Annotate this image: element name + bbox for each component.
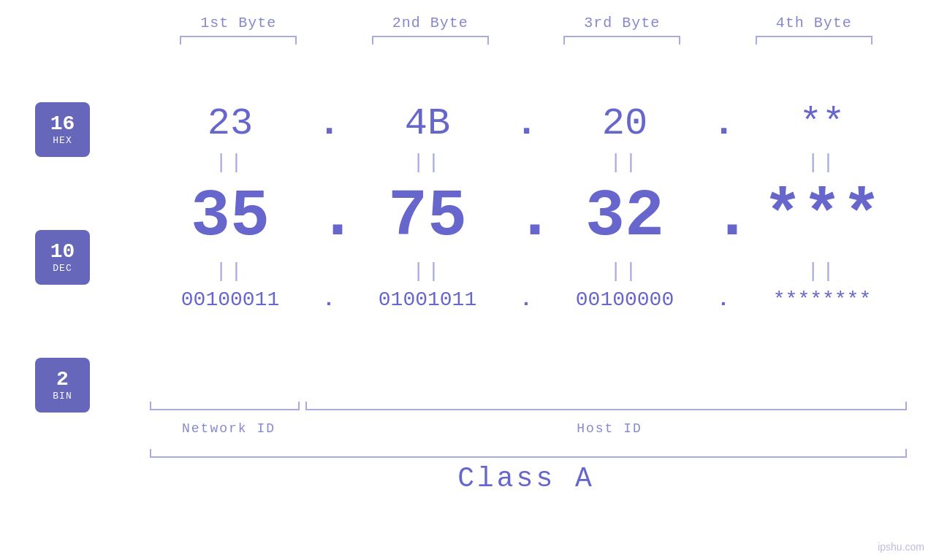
bin-val-1: 00100011 bbox=[142, 288, 318, 311]
byte3-label: 3rd Byte bbox=[526, 15, 718, 31]
hex-badge: 16 HEX bbox=[35, 102, 90, 157]
dec-val-1: 35 bbox=[142, 180, 318, 254]
hex-val-2: 4B bbox=[340, 102, 515, 145]
hex-badge-num: 16 bbox=[50, 113, 75, 136]
bin-val-2: 01001011 bbox=[340, 288, 515, 311]
id-labels: Network ID Host ID bbox=[142, 421, 910, 436]
watermark: ipshu.com bbox=[878, 541, 924, 553]
equals-2: || bbox=[340, 151, 515, 174]
equals-6: || bbox=[340, 260, 515, 283]
dot-dec-2: . bbox=[515, 180, 537, 254]
equals-8: || bbox=[734, 260, 910, 283]
host-id-label: Host ID bbox=[309, 421, 910, 436]
dec-val-3: 32 bbox=[537, 180, 712, 254]
equals-3: || bbox=[537, 151, 712, 174]
dec-badge-num: 10 bbox=[50, 241, 75, 264]
bin-badge-label: BIN bbox=[53, 391, 72, 402]
bin-val-3: 00100000 bbox=[537, 288, 712, 311]
equals-5: || bbox=[142, 260, 318, 283]
byte2-label: 2nd Byte bbox=[335, 15, 527, 31]
byte4-col: 4th Byte bbox=[718, 15, 911, 45]
bottom-brackets bbox=[142, 402, 910, 410]
hex-val-1: 23 bbox=[142, 102, 318, 145]
bin-val-4: ******** bbox=[734, 288, 910, 311]
equals-row-2: || || || || bbox=[142, 260, 910, 283]
equals-4: || bbox=[734, 151, 910, 174]
dot-hex-3: . bbox=[712, 102, 734, 145]
bin-badge: 2 BIN bbox=[35, 358, 90, 413]
byte4-bracket bbox=[756, 36, 873, 45]
hex-val-4: ** bbox=[734, 102, 910, 145]
equals-7: || bbox=[537, 260, 712, 283]
bin-row: 00100011 . 01001011 . 00100000 . *******… bbox=[142, 288, 910, 311]
byte2-col: 2nd Byte bbox=[335, 15, 527, 45]
dot-dec-3: . bbox=[712, 180, 734, 254]
byte3-col: 3rd Byte bbox=[526, 15, 718, 45]
dec-badge-label: DEC bbox=[53, 263, 72, 274]
dot-bin-3: . bbox=[712, 288, 734, 311]
network-id-label: Network ID bbox=[148, 421, 309, 436]
hex-row: 23 . 4B . 20 . ** bbox=[142, 102, 910, 145]
byte4-label: 4th Byte bbox=[718, 15, 911, 31]
main-container: 1st Byte 2nd Byte 3rd Byte 4th Byte 16 H… bbox=[0, 0, 939, 560]
byte-headers: 1st Byte 2nd Byte 3rd Byte 4th Byte bbox=[142, 15, 910, 45]
byte1-label: 1st Byte bbox=[142, 15, 335, 31]
dot-hex-2: . bbox=[515, 102, 537, 145]
byte2-bracket bbox=[372, 36, 489, 45]
dec-val-4: *** bbox=[734, 180, 910, 254]
byte3-bracket bbox=[563, 36, 680, 45]
dot-hex-1: . bbox=[318, 102, 340, 145]
network-bracket bbox=[150, 402, 300, 410]
bin-badge-num: 2 bbox=[56, 369, 69, 391]
base-badges: 16 HEX 10 DEC 2 BIN bbox=[35, 102, 90, 413]
class-bracket bbox=[150, 449, 907, 458]
dec-val-2: 75 bbox=[340, 180, 515, 254]
byte1-bracket bbox=[180, 36, 297, 45]
dot-bin-2: . bbox=[515, 288, 537, 311]
equals-row-1: || || || || bbox=[142, 151, 910, 174]
dot-bin-1: . bbox=[318, 288, 340, 311]
host-bracket bbox=[305, 402, 907, 410]
hex-val-3: 20 bbox=[537, 102, 712, 145]
dec-badge: 10 DEC bbox=[35, 230, 90, 285]
grid-area: 23 . 4B . 20 . ** || || || || 35 . 75 . … bbox=[142, 62, 910, 516]
dec-row: 35 . 75 . 32 . *** bbox=[142, 180, 910, 254]
equals-1: || bbox=[142, 151, 318, 174]
byte1-col: 1st Byte bbox=[142, 15, 335, 45]
dot-dec-1: . bbox=[318, 180, 340, 254]
hex-badge-label: HEX bbox=[53, 135, 72, 146]
class-label: Class A bbox=[142, 463, 910, 494]
